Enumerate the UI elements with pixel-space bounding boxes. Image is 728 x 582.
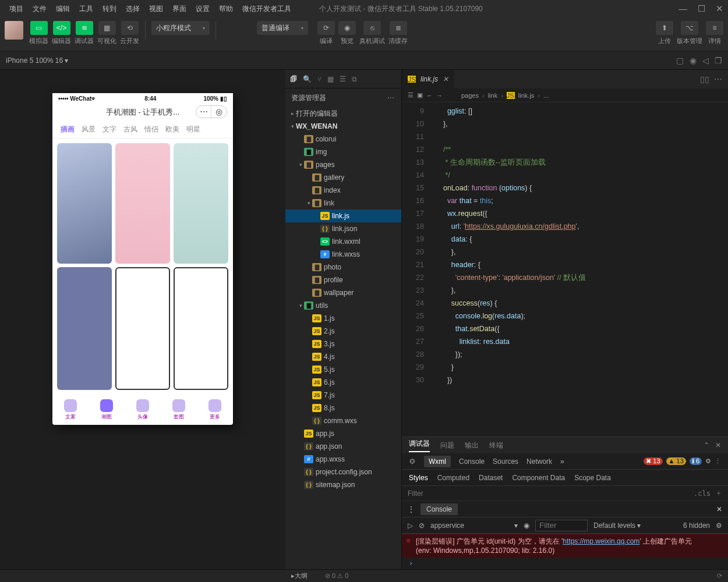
add-style-icon[interactable]: ＋ — [715, 488, 722, 498]
bookmark-icon[interactable]: ▣ — [417, 91, 423, 99]
tab-scenery[interactable]: 风景 — [82, 125, 96, 134]
tab-scopedata[interactable]: Scope Data — [574, 474, 611, 482]
tab-compdata[interactable]: Component Data — [512, 474, 565, 482]
tab-illustration[interactable]: 插画 — [61, 125, 75, 134]
debugger-button[interactable]: ≋ — [76, 21, 93, 35]
error-badge[interactable]: ✖ 13 — [644, 457, 662, 465]
record-icon[interactable]: ◉ — [690, 56, 697, 65]
tab-couple[interactable]: 情侣 — [144, 125, 158, 134]
capsule-menu-icon[interactable]: ⋯ — [196, 106, 211, 118]
tree-item-7.js[interactable]: JS7.js — [285, 389, 401, 402]
menu-ui[interactable]: 界面 — [168, 4, 191, 14]
db-icon[interactable]: ☰ — [340, 75, 346, 83]
tree-item-app.wxss[interactable]: #app.wxss — [285, 453, 401, 466]
styles-filter[interactable]: Filter — [408, 489, 423, 498]
panel-close-icon[interactable]: ✕ — [715, 441, 721, 449]
tree-item-link.js[interactable]: JSlink.js — [285, 210, 401, 222]
details-button[interactable]: ≡ — [706, 21, 723, 35]
tree-item-3.js[interactable]: JS3.js — [285, 338, 401, 350]
tab-debugger[interactable]: 调试器 — [409, 439, 430, 452]
close-tab-icon[interactable]: ✕ — [443, 75, 448, 83]
tab-terminal[interactable]: 终端 — [489, 441, 503, 450]
editor-button[interactable]: </> — [53, 21, 70, 35]
nav-wenan[interactable]: 文案 — [52, 395, 89, 425]
close-icon[interactable]: ✕ — [716, 3, 723, 14]
nav-more[interactable]: 更多 — [197, 395, 233, 425]
version-button[interactable]: ⌥ — [681, 21, 698, 35]
tree-item-comm.wxs[interactable]: { }comm.wxs — [285, 414, 401, 427]
menu-select[interactable]: 选择 — [121, 4, 144, 14]
tree-item-app.js[interactable]: JSapp.js — [285, 427, 401, 440]
image-card[interactable] — [57, 267, 112, 390]
tab-computed[interactable]: Computed — [437, 474, 469, 482]
menu-edit[interactable]: 编辑 — [51, 4, 75, 14]
tree-item-6.js[interactable]: JS6.js — [285, 376, 401, 389]
console-clear-icon[interactable]: ⊘ — [419, 521, 425, 530]
outline-bar[interactable]: ▸ 大纲 ⊘ 0 ⚠ 0 ⟳ — [0, 569, 728, 582]
menu-goto[interactable]: 转到 — [98, 4, 121, 14]
info-badge[interactable]: ℹ 6 — [690, 457, 702, 465]
section-project[interactable]: ▾WX_WENAN — [285, 120, 401, 133]
tree-item-4.js[interactable]: JS4.js — [285, 350, 401, 363]
list-icon[interactable]: ☰ — [408, 91, 414, 99]
mode-select[interactable]: 小程序模式 — [151, 21, 210, 35]
tree-item-gallery[interactable]: ▇gallery — [285, 171, 401, 184]
tab-styles[interactable]: Styles — [409, 474, 428, 482]
console-gear-icon[interactable]: ⚙ — [716, 521, 722, 530]
tab-text[interactable]: 文字 — [103, 125, 116, 134]
tab-star[interactable]: 明星 — [186, 125, 200, 134]
tree-item-project.config.json[interactable]: { }project.config.json — [285, 466, 401, 478]
menu-project[interactable]: 项目 — [5, 4, 28, 14]
capsule[interactable]: ⋯◎ — [196, 105, 227, 118]
menu-wxtools[interactable]: 微信开发者工具 — [238, 4, 296, 14]
devtools-more-icon[interactable]: ⋮ — [715, 457, 721, 465]
tab-wxml[interactable]: Wxml — [424, 456, 451, 467]
device-select[interactable]: iPhone 5 100% 16 ▾ — [0, 54, 74, 67]
image-card[interactable] — [174, 267, 228, 390]
remote-button[interactable]: ⎋ — [363, 21, 381, 35]
nav-back-icon[interactable]: ← — [426, 92, 433, 99]
image-card[interactable] — [57, 143, 112, 264]
hidden-count[interactable]: 6 hidden — [683, 521, 710, 530]
branch-icon[interactable]: ⑂ — [317, 75, 321, 83]
code-editor[interactable]: 9101112131415161718192021222324252627282… — [402, 102, 728, 436]
image-card[interactable] — [115, 267, 170, 390]
tree-item-link.wxml[interactable]: <>link.wxml — [285, 235, 401, 248]
avatar[interactable] — [5, 21, 23, 40]
tree-item-link.json[interactable]: { }link.json — [285, 222, 401, 235]
console-prompt[interactable]: › — [402, 558, 728, 569]
error-link[interactable]: https://mp.weixin.qq.com — [563, 537, 639, 545]
menu-view[interactable]: 视图 — [144, 4, 168, 14]
more-icon[interactable]: ⋯ — [714, 74, 722, 84]
ext-icon[interactable]: ⧉ — [352, 75, 357, 83]
multi-icon[interactable]: ❐ — [715, 56, 722, 65]
tab-network[interactable]: Network — [526, 457, 552, 466]
tree-item-profile[interactable]: ▇profile — [285, 274, 401, 286]
nav-fwd-icon[interactable]: → — [436, 92, 443, 99]
tree-item-pages[interactable]: ▾▇pages — [285, 158, 401, 171]
visual-button[interactable]: ▦ — [98, 21, 116, 35]
nav-avatar[interactable]: 头像 — [125, 395, 161, 425]
image-card[interactable] — [115, 143, 170, 264]
tree-item-wallpaper[interactable]: ▇wallpaper — [285, 286, 401, 299]
tree-item-app.json[interactable]: { }app.json — [285, 440, 401, 453]
console-tab[interactable]: Console — [420, 503, 458, 515]
console-filter-input[interactable] — [535, 520, 588, 531]
tree-item-img[interactable]: ▇img — [285, 146, 401, 158]
tab-dataset[interactable]: Dataset — [479, 474, 503, 482]
tree-item-link[interactable]: ▾▇link — [285, 197, 401, 210]
tab-ancient[interactable]: 古风 — [123, 125, 137, 134]
panel-up-icon[interactable]: ⌃ — [704, 441, 709, 449]
tree-item-photo[interactable]: ▇photo — [285, 261, 401, 274]
capsule-close-icon[interactable]: ◎ — [211, 106, 227, 118]
mute-icon[interactable]: ◁ — [702, 56, 709, 65]
more-icon[interactable]: ⋯ — [387, 94, 395, 102]
console-play-icon[interactable]: ▷ — [408, 521, 413, 530]
tree-item-sitemap.json[interactable]: { }sitemap.json — [285, 478, 401, 491]
context-select[interactable]: appservice▾ — [430, 521, 518, 530]
blocks-icon[interactable]: ▦ — [327, 75, 334, 83]
menu-help[interactable]: 帮助 — [214, 4, 238, 14]
console-close-icon[interactable]: ✕ — [716, 505, 722, 513]
tab-console[interactable]: Console — [459, 457, 485, 466]
image-card[interactable] — [174, 143, 228, 264]
